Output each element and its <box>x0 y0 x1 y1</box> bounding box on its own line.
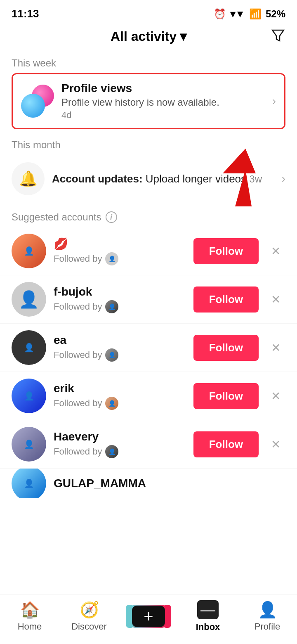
chevron-down-icon: ▾ <box>180 28 186 44</box>
status-icons: ⏰ ▾▼ 📶 52% <box>214 8 285 20</box>
account-info-6: GULAP_MAMMA <box>54 477 285 490</box>
account-info-2: f-bujok Followed by 👤 <box>54 285 186 313</box>
profile-views-icon <box>21 85 54 118</box>
account-updates-chevron: › <box>282 172 285 185</box>
nav-inbox-label: Inbox <box>196 622 220 632</box>
suggested-account-row-partial: 👤 GULAP_MAMMA <box>0 469 297 498</box>
signal-icon: 📶 <box>249 8 262 20</box>
bell-icon: 🔔 <box>19 170 38 187</box>
suggested-account-row: 👤 💋 Followed by 👤 Follow ✕ <box>0 227 297 275</box>
account-name-1: 💋 <box>54 237 186 251</box>
account-updates-text: Account updates: Upload longer videos 3w <box>52 171 270 186</box>
account-info-4: erik Followed by 👤 <box>54 382 186 410</box>
nav-profile[interactable]: 👤 Profile <box>243 601 292 632</box>
nav-inbox[interactable]: — Inbox <box>183 600 233 632</box>
alarm-icon: ⏰ <box>214 8 226 20</box>
suggested-account-row: 👤 erik Followed by 👤 Follow ✕ <box>0 372 297 420</box>
nav-discover-label: Discover <box>71 621 107 632</box>
account-info-5: Haevery Followed by 👤 <box>54 430 186 458</box>
follow-button-3[interactable]: Follow <box>193 335 259 361</box>
profile-views-subtitle: Profile view history is now available. <box>61 97 261 108</box>
account-followed-5: Followed by 👤 <box>54 445 186 458</box>
followed-avatar-5: 👤 <box>105 445 118 458</box>
account-updates-prefix: Account updates: <box>52 173 143 185</box>
profile-views-text: Profile views Profile view history is no… <box>61 82 261 121</box>
discover-icon: 🧭 <box>80 601 99 619</box>
suggested-account-row: 👤 Haevery Followed by 👤 Follow ✕ <box>0 420 297 469</box>
followed-avatar-1: 👤 <box>105 252 118 265</box>
lip-icon: 💋 <box>54 237 68 251</box>
status-bar: 11:13 ⏰ ▾▼ 📶 52% <box>0 0 297 24</box>
suggested-accounts-header: Suggested accounts i <box>0 203 297 227</box>
this-month-label: This month <box>0 133 297 155</box>
profile-views-card[interactable]: Profile views Profile view history is no… <box>12 73 285 129</box>
status-time: 11:13 <box>12 7 39 20</box>
suggested-account-row: 👤 ea Followed by 👤 Follow ✕ <box>0 324 297 372</box>
account-avatar-2[interactable]: 👤 <box>12 282 46 317</box>
account-info-3: ea Followed by 👤 <box>54 334 186 362</box>
followed-avatar-2: 👤 <box>105 300 118 313</box>
bubble-blue <box>21 94 45 118</box>
account-followed-2: Followed by 👤 <box>54 300 186 313</box>
account-name-4: erik <box>54 382 186 395</box>
dismiss-button-2[interactable]: ✕ <box>266 289 285 310</box>
account-avatar-3[interactable]: 👤 <box>12 330 46 365</box>
account-avatar-5[interactable]: 👤 <box>12 427 46 462</box>
profile-views-title: Profile views <box>61 82 261 95</box>
profile-views-time: 4d <box>61 110 261 121</box>
nav-add[interactable]: + <box>124 605 173 628</box>
dismiss-button-1[interactable]: ✕ <box>266 241 285 261</box>
account-avatar-1[interactable]: 👤 <box>12 234 46 268</box>
dismiss-button-3[interactable]: ✕ <box>266 338 285 358</box>
suggested-account-row: 👤 f-bujok Followed by 👤 Follow ✕ <box>0 275 297 324</box>
account-updates-item[interactable]: 🔔 Account updates: Upload longer videos … <box>12 155 285 203</box>
account-updates-body: Upload longer videos <box>146 173 246 185</box>
follow-button-1[interactable]: Follow <box>193 238 259 264</box>
add-button[interactable]: + <box>130 605 167 628</box>
account-followed-1: Followed by 👤 <box>54 252 186 265</box>
followed-avatar-3: 👤 <box>105 348 118 362</box>
notification-icon-wrap: 🔔 <box>12 162 45 195</box>
svg-marker-0 <box>272 30 284 41</box>
account-name-3: ea <box>54 334 186 347</box>
inbox-icon-wrap: — <box>197 600 219 619</box>
home-icon: 🏠 <box>20 601 40 619</box>
dismiss-button-4[interactable]: ✕ <box>266 386 285 406</box>
header-title[interactable]: All activity ▾ <box>111 28 186 44</box>
follow-button-4[interactable]: Follow <box>193 383 259 409</box>
bottom-nav: 🏠 Home 🧭 Discover + — Inbox 👤 Profile <box>0 594 297 644</box>
account-avatar-4[interactable]: 👤 <box>12 379 46 413</box>
account-followed-4: Followed by 👤 <box>54 397 186 410</box>
nav-home[interactable]: 🏠 Home <box>5 601 54 632</box>
nav-discover[interactable]: 🧭 Discover <box>64 601 114 632</box>
account-name-5: Haevery <box>54 430 186 443</box>
profile-views-chevron: › <box>272 95 276 108</box>
account-info-1: 💋 Followed by 👤 <box>54 237 186 265</box>
follow-button-5[interactable]: Follow <box>193 431 259 457</box>
account-name-6: GULAP_MAMMA <box>54 477 285 490</box>
plus-icon: + <box>144 607 153 626</box>
follow-button-2[interactable]: Follow <box>193 286 259 313</box>
dismiss-button-5[interactable]: ✕ <box>266 434 285 455</box>
account-updates-time: 3w <box>249 173 262 185</box>
filter-icon[interactable] <box>271 28 285 45</box>
account-followed-3: Followed by 👤 <box>54 348 186 362</box>
inbox-icon: — <box>197 600 219 619</box>
battery-icon: 52% <box>266 8 285 20</box>
account-name-2: f-bujok <box>54 285 186 298</box>
nav-home-label: Home <box>18 621 42 632</box>
followed-avatar-4: 👤 <box>105 397 118 410</box>
profile-icon: 👤 <box>258 601 277 619</box>
wifi-icon: ▾▼ <box>230 8 245 20</box>
account-avatar-6[interactable]: 👤 <box>12 469 46 498</box>
info-icon[interactable]: i <box>106 211 117 223</box>
header: All activity ▾ <box>0 24 297 52</box>
nav-profile-label: Profile <box>255 621 280 632</box>
this-week-label: This week <box>0 52 297 73</box>
suggested-accounts-label: Suggested accounts <box>12 211 101 223</box>
